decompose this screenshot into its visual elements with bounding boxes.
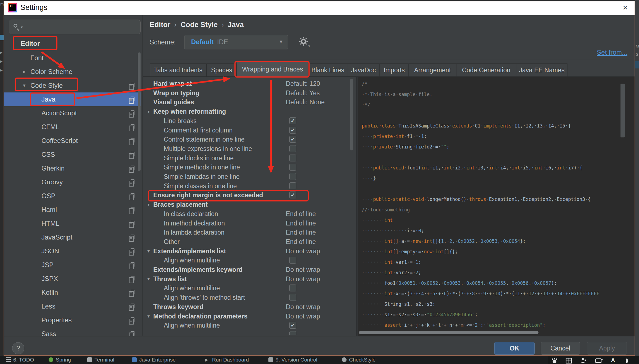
checkbox-checked[interactable]: ✓ <box>289 192 296 198</box>
toolwindow-arrow-icon: ▶ <box>0 60 2 63</box>
close-icon[interactable]: × <box>619 2 631 14</box>
tab-code-generation[interactable]: Code Generation <box>456 63 516 76</box>
group-expanded-icon[interactable]: ▼ <box>147 246 150 256</box>
tab-wrapping-and-braces[interactable]: Wrapping and Braces <box>237 62 308 76</box>
checkbox-unchecked[interactable] <box>289 155 296 161</box>
checkbox-checked[interactable]: ✓ <box>289 127 296 134</box>
settings-scrollbar[interactable] <box>350 79 353 150</box>
checkbox-unchecked[interactable] <box>289 294 296 301</box>
code-horizontal-scrollbar[interactable] <box>359 331 538 334</box>
group-expanded-icon[interactable]: ▼ <box>147 274 150 284</box>
toolwindow-button-java-enterprise[interactable]: Java Enterprise <box>139 357 176 364</box>
group-expanded-icon[interactable]: ▼ <box>147 107 150 116</box>
setting-value[interactable]: Default: Yes <box>286 88 320 98</box>
toolwindow-button-9-version-control[interactable]: 9: Version Control <box>276 357 317 364</box>
tab-arrangement[interactable]: Arrangement <box>409 63 456 76</box>
sidebar-item-less[interactable]: Less <box>4 299 141 313</box>
checkbox-checked[interactable]: ✓ <box>289 322 296 329</box>
checkbox-unchecked[interactable] <box>289 257 296 264</box>
tree-collapsed-icon[interactable]: ▶ <box>22 65 27 79</box>
sidebar-item-gherkin[interactable]: Gherkin <box>4 161 141 175</box>
sidebar-item-groovy[interactable]: Groovy <box>4 175 141 189</box>
search-input[interactable] <box>27 21 137 33</box>
tab-java-ee-names[interactable]: Java EE Names <box>516 63 567 76</box>
breadcrumb-part[interactable]: Code Style <box>181 20 218 29</box>
help-button[interactable]: ? <box>12 342 24 354</box>
tree-expanded-icon[interactable]: ▼ <box>22 79 27 92</box>
checkbox-unchecked[interactable] <box>289 182 296 189</box>
setting-value[interactable]: End of line <box>286 228 316 237</box>
sidebar-item-color-scheme[interactable]: ▶Color Scheme <box>4 65 141 79</box>
sidebar-item-code-style[interactable]: ▼Code Style <box>4 79 141 92</box>
sidebar-item-actionscript[interactable]: ActionScript <box>4 106 141 120</box>
setting-value[interactable]: End of line <box>286 219 316 228</box>
sidebar-item-editor[interactable]: Editor <box>4 37 141 51</box>
breadcrumb-part[interactable]: Editor <box>150 20 170 29</box>
sidebar-item-css[interactable]: CSS <box>4 148 141 161</box>
setting-value[interactable]: Do not wrap <box>286 265 320 274</box>
setting-value[interactable]: Default: 120 <box>286 79 320 88</box>
checkbox-unchecked[interactable] <box>289 145 296 152</box>
checkbox-checked[interactable]: ✓ <box>289 117 296 124</box>
intellij-logo-icon: IJ <box>8 3 17 12</box>
setting-row-multiple-expressions-in-one-line: Multiple expressions in one line <box>143 144 356 153</box>
setting-label: Align when multiline <box>164 283 220 293</box>
checkbox-unchecked[interactable] <box>289 164 296 171</box>
sidebar-item-jspx[interactable]: JSPX <box>4 272 141 286</box>
sidebar-item-cfml[interactable]: CFML <box>4 120 141 134</box>
apply-button[interactable]: Apply <box>587 342 627 355</box>
toolwindow-button-checkstyle[interactable]: CheckStyle <box>349 357 376 364</box>
sidebar-scrollbar[interactable] <box>138 52 141 171</box>
checkbox-checked[interactable]: ✓ <box>289 136 296 143</box>
gear-icon[interactable]: ▼ <box>299 37 311 49</box>
checkbox-unchecked[interactable] <box>289 331 296 335</box>
sidebar-item-label: Haml <box>41 203 57 217</box>
search-icon <box>14 24 17 28</box>
sidebar-item-kotlin[interactable]: Kotlin <box>4 286 141 299</box>
pane-divider[interactable] <box>356 77 358 336</box>
sidebar-item-gsp[interactable]: GSP <box>4 189 141 203</box>
set-from-link[interactable]: Set from... <box>580 49 627 56</box>
setting-value[interactable]: Do not wrap <box>286 274 320 284</box>
sidebar-item-javascript[interactable]: JavaScript <box>4 230 141 244</box>
tab-spaces[interactable]: Spaces <box>207 63 237 76</box>
setting-value[interactable]: End of line <box>286 237 316 246</box>
toolwindow-button-terminal[interactable]: Terminal <box>94 357 114 364</box>
code-line: ········int·x·=·(3·+·4·+·5·+·6)·*·(7·+·8… <box>362 288 632 299</box>
toolwindow-button-spring[interactable]: Spring <box>56 357 71 364</box>
copy-scheme-icon <box>131 83 134 87</box>
toolwindow-button-run-dashboard[interactable]: Run Dashboard <box>212 357 249 364</box>
background-tab-fragment <box>0 35 4 40</box>
setting-value[interactable]: Default: None <box>286 97 325 107</box>
sidebar-item-json[interactable]: JSON <box>4 244 141 258</box>
sidebar-item-properties[interactable]: Properties <box>4 313 141 327</box>
sidebar-item-java[interactable]: Java <box>4 92 141 106</box>
sidebar-item-haml[interactable]: Haml <box>4 203 141 217</box>
setting-value[interactable]: Do not wrap <box>286 246 320 256</box>
sidebar-item-sass[interactable]: Sass <box>4 327 141 336</box>
tab-imports[interactable]: Imports <box>380 63 409 76</box>
sidebar-item-html[interactable]: HTML <box>4 217 141 230</box>
sidebar-item-jsp[interactable]: JSP <box>4 258 141 272</box>
toolwindow-button-6-todo[interactable]: 6: TODO <box>13 357 34 364</box>
ok-button[interactable]: OK <box>494 342 535 355</box>
cancel-button[interactable]: Cancel <box>541 342 580 355</box>
setting-value[interactable]: End of line <box>286 209 316 219</box>
checkbox-unchecked[interactable] <box>289 173 296 180</box>
scheme-select[interactable]: Default IDE ▼ <box>184 35 288 49</box>
toolwindow-icon <box>87 357 92 362</box>
sidebar-item-font[interactable]: Font <box>4 51 141 65</box>
checkbox-unchecked[interactable] <box>289 285 296 291</box>
setting-value[interactable]: Do not wrap <box>286 312 320 321</box>
breadcrumb-part[interactable]: Java <box>228 20 244 29</box>
group-expanded-icon[interactable]: ▼ <box>147 200 150 209</box>
copy-scheme-icon <box>131 166 134 170</box>
tab-blank-lines[interactable]: Blank Lines <box>308 63 347 76</box>
group-expanded-icon[interactable]: ▼ <box>147 312 150 321</box>
sidebar-item-coffeescript[interactable]: CoffeeScript <box>4 134 141 148</box>
code-vertical-scrollbar[interactable] <box>620 84 625 137</box>
setting-value[interactable]: Do not wrap <box>286 302 320 312</box>
tab-javadoc[interactable]: JavaDoc <box>347 63 380 76</box>
search-box[interactable]: ▼ <box>9 20 141 34</box>
tab-tabs-and-indents[interactable]: Tabs and Indents <box>150 63 207 76</box>
